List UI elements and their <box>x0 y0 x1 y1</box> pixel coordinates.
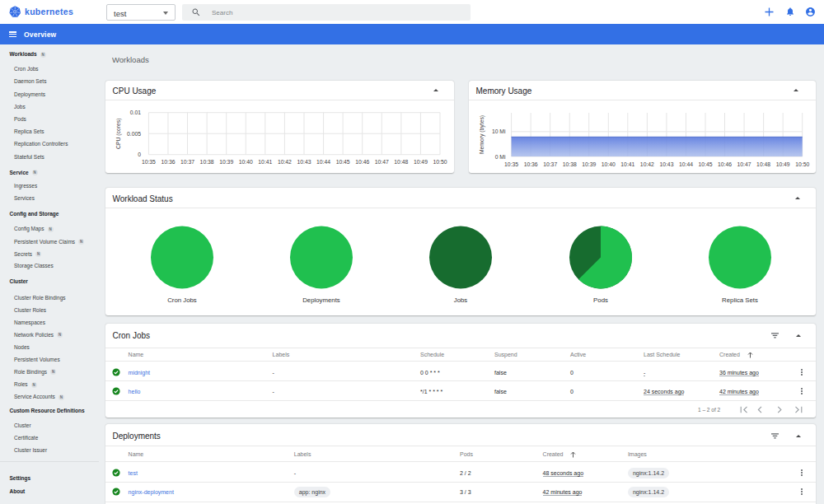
svg-text:10:35: 10:35 <box>142 159 156 165</box>
svg-text:10:40: 10:40 <box>602 161 616 167</box>
svg-text:10:37: 10:37 <box>543 161 557 167</box>
svg-text:10:36: 10:36 <box>161 159 175 165</box>
svg-text:10:38: 10:38 <box>200 159 214 165</box>
svg-text:Jobs: Jobs <box>454 296 468 304</box>
svg-text:Deployments: Deployments <box>302 296 340 304</box>
svg-text:CPU (cores): CPU (cores) <box>115 119 122 149</box>
svg-text:10:44: 10:44 <box>316 159 330 165</box>
svg-text:10:46: 10:46 <box>355 159 369 165</box>
svg-text:10:40: 10:40 <box>239 159 253 165</box>
svg-text:10:43: 10:43 <box>297 159 311 165</box>
svg-text:10:38: 10:38 <box>563 161 577 167</box>
svg-text:10:43: 10:43 <box>659 161 673 167</box>
svg-text:10:44: 10:44 <box>679 161 693 167</box>
svg-text:10 Mi: 10 Mi <box>492 128 506 134</box>
svg-text:10:49: 10:49 <box>414 159 428 165</box>
svg-text:Memory (bytes): Memory (bytes) <box>479 115 485 154</box>
svg-text:10:37: 10:37 <box>180 159 194 165</box>
svg-text:0.005: 0.005 <box>127 131 141 137</box>
svg-text:0.01: 0.01 <box>130 110 141 115</box>
svg-text:10:45: 10:45 <box>336 159 350 165</box>
svg-text:10:45: 10:45 <box>698 161 712 167</box>
svg-text:10:48: 10:48 <box>756 161 770 167</box>
svg-text:10:39: 10:39 <box>582 161 596 167</box>
svg-text:10:50: 10:50 <box>795 161 809 167</box>
svg-text:10:48: 10:48 <box>394 159 408 165</box>
svg-text:10:41: 10:41 <box>620 161 634 167</box>
svg-text:Pods: Pods <box>593 296 608 304</box>
svg-text:Cron Jobs: Cron Jobs <box>167 296 197 304</box>
svg-text:0 Mi: 0 Mi <box>495 154 506 160</box>
svg-text:10:47: 10:47 <box>737 161 751 167</box>
svg-text:10:50: 10:50 <box>433 159 447 165</box>
svg-text:10:39: 10:39 <box>219 159 233 165</box>
svg-text:Replica Sets: Replica Sets <box>722 296 758 304</box>
svg-text:10:42: 10:42 <box>640 161 654 167</box>
svg-text:10:49: 10:49 <box>776 161 790 167</box>
svg-text:10:41: 10:41 <box>258 159 272 165</box>
svg-text:0: 0 <box>138 152 141 157</box>
svg-text:10:47: 10:47 <box>375 159 389 165</box>
svg-text:10:42: 10:42 <box>278 159 292 165</box>
svg-text:10:46: 10:46 <box>718 161 732 167</box>
svg-text:10:36: 10:36 <box>524 161 538 167</box>
svg-text:10:35: 10:35 <box>504 161 518 167</box>
